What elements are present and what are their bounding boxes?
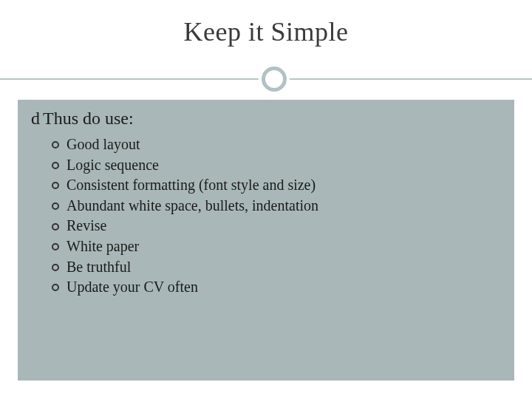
list-item-text: Abundant white space, bullets, indentati… <box>66 196 318 216</box>
list-item: Abundant white space, bullets, indentati… <box>31 196 501 216</box>
divider-line-left <box>0 78 259 80</box>
list-item-text: Revise <box>66 216 106 236</box>
hollow-bullet-icon <box>52 223 59 231</box>
divider-ring-icon <box>262 66 287 92</box>
list-item-text: White paper <box>66 236 139 257</box>
list-item: Consistent formatting (font style and si… <box>31 175 501 196</box>
list-item-text: Good layout <box>66 134 140 155</box>
divider-line-right <box>290 78 532 80</box>
hollow-bullet-icon <box>52 243 59 250</box>
list-item: Update your CV often <box>31 277 501 298</box>
list-item: Logic sequence <box>31 155 501 176</box>
hollow-bullet-icon <box>52 182 59 189</box>
list-item-text: Be truthful <box>66 257 131 278</box>
list-item-text: Consistent formatting (font style and si… <box>66 175 316 196</box>
slide-title: Keep it Simple <box>0 16 532 47</box>
swirl-bullet-icon: d <box>31 109 40 127</box>
hollow-bullet-icon <box>52 202 59 210</box>
hollow-bullet-icon <box>52 284 59 291</box>
main-bullet: d Thus do use: <box>31 109 501 129</box>
hollow-bullet-icon <box>52 141 59 149</box>
hollow-bullet-icon <box>52 162 59 169</box>
list-item-text: Update your CV often <box>66 277 198 298</box>
list-item: Revise <box>31 216 501 236</box>
list-item-text: Logic sequence <box>66 155 159 176</box>
title-divider <box>0 66 532 92</box>
list-item: Good layout <box>31 134 501 155</box>
content-panel: d Thus do use: Good layout Logic sequenc… <box>18 100 514 381</box>
sub-bullet-list: Good layout Logic sequence Consistent fo… <box>31 134 501 298</box>
main-bullet-text: Thus do use: <box>43 109 134 129</box>
list-item: White paper <box>31 236 501 257</box>
hollow-bullet-icon <box>52 264 59 271</box>
slide: Keep it Simple d Thus do use: Good layou… <box>0 0 532 399</box>
list-item: Be truthful <box>31 257 501 278</box>
